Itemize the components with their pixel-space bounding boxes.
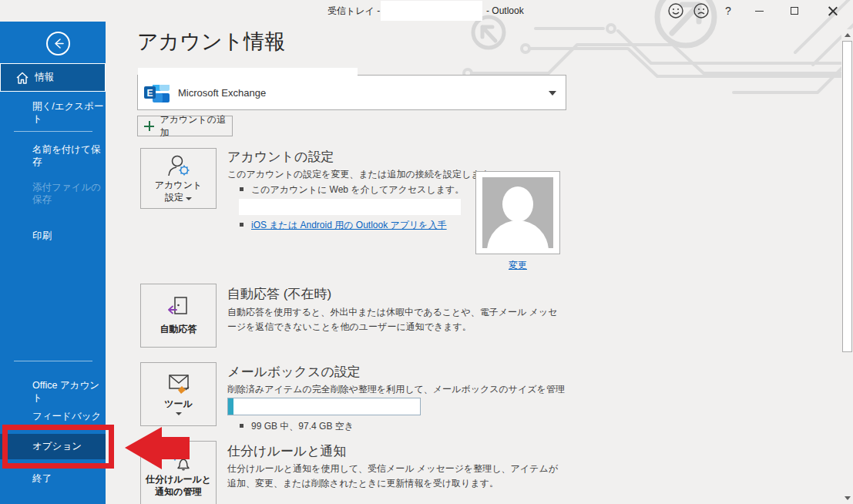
sidebar-item-office-account[interactable]: Office アカウント xyxy=(0,379,106,405)
sidebar-item-print[interactable]: 印刷 xyxy=(0,230,106,242)
help-button[interactable]: ? xyxy=(715,0,741,22)
auto-reply-button[interactable]: 自動応答 xyxy=(140,284,217,348)
scroll-down-button[interactable] xyxy=(841,492,853,504)
chevron-down-icon xyxy=(549,91,556,96)
sidebar-item-save-attachments: 添付ファイルの保存 xyxy=(0,181,106,207)
auto-reply-icon xyxy=(166,296,192,321)
account-settings-button[interactable]: アカウント 設定 xyxy=(140,148,217,209)
frown-icon xyxy=(693,2,710,19)
sidebar-item-exit[interactable]: 終了 xyxy=(0,472,106,485)
bullet-square-icon xyxy=(240,187,243,191)
feedback-frown-button[interactable] xyxy=(688,0,714,22)
maximize-button[interactable] xyxy=(781,0,808,22)
mailbox-storage-bar xyxy=(227,398,421,415)
minimize-icon xyxy=(755,11,764,12)
plus-icon xyxy=(144,121,153,131)
minimize-button[interactable] xyxy=(746,0,772,22)
backstage-sidebar: 情報 開く/エクスポート 名前を付けて保存 添付ファイルの保存 印刷 Offic… xyxy=(0,22,106,504)
help-icon: ? xyxy=(725,5,731,17)
bullet-storage-usage: 99 GB 中、97.4 GB 空き xyxy=(240,420,471,433)
scrollbar-thumb[interactable] xyxy=(842,41,852,352)
outlook-backstage-window: 受信トレイ - - Outlook ? xyxy=(0,0,853,504)
sidebar-item-info[interactable]: 情報 xyxy=(0,63,106,92)
rules-desc: 仕分けルールと通知を使用して、受信メール メッセージを整理し、アイテムが追加、変… xyxy=(227,462,566,490)
back-arrow-icon xyxy=(52,37,65,50)
vertical-scrollbar[interactable] xyxy=(841,29,853,504)
close-button[interactable] xyxy=(820,0,846,22)
section-heading-auto-reply: 自動応答 (不在時) xyxy=(227,285,331,303)
redaction-box-account-name xyxy=(381,1,482,21)
mailbox-storage-fill xyxy=(228,398,233,415)
section-heading-account-settings: アカウントの設定 xyxy=(227,148,334,166)
maximize-icon xyxy=(791,7,798,15)
smile-icon xyxy=(667,2,684,19)
section-heading-rules: 仕分けルールと通知 xyxy=(227,442,347,460)
rules-alerts-icon xyxy=(165,448,193,471)
sidebar-divider xyxy=(14,361,92,361)
scroll-down-icon xyxy=(845,496,851,500)
redaction-box-email xyxy=(138,68,358,85)
svg-text:E: E xyxy=(146,88,153,99)
sidebar-item-save-as[interactable]: 名前を付けて保存 xyxy=(0,143,106,169)
title-bar: 受信トレイ - - Outlook ? xyxy=(0,0,853,22)
account-provider-label: Microsoft Exchange xyxy=(178,87,266,99)
change-photo-link-wrap: 変更 xyxy=(475,259,560,272)
redaction-box-owa-url xyxy=(239,199,461,215)
storage-usage-text: 99 GB 中、97.4 GB 空き xyxy=(251,420,354,433)
sidebar-item-options[interactable]: オプション xyxy=(0,434,106,459)
sidebar-item-label: 情報 xyxy=(30,71,54,83)
account-settings-icon xyxy=(166,153,192,176)
sidebar-divider xyxy=(14,131,92,132)
bullet-square-icon xyxy=(240,223,243,227)
profile-photo-placeholder xyxy=(482,177,553,248)
sidebar-item-open-export[interactable]: 開く/エクスポート xyxy=(0,100,106,126)
page-title: アカウント情報 xyxy=(137,28,285,55)
add-account-button[interactable]: アカウントの追加 xyxy=(137,116,233,136)
window-title-prefix: 受信トレイ - xyxy=(327,0,380,22)
window-title-suffix: - Outlook xyxy=(486,0,524,22)
scroll-up-button[interactable] xyxy=(841,29,853,41)
home-icon xyxy=(15,71,30,85)
feedback-smile-button[interactable] xyxy=(663,0,689,22)
get-outlook-app-link[interactable]: iOS または Android 用の Outlook アプリを入手 xyxy=(251,219,447,232)
auto-reply-desc: 自動応答を使用すると、外出中または休暇中であることや、電子メール メッセージを返… xyxy=(227,305,566,334)
mailbox-tools-icon xyxy=(165,373,193,396)
chevron-down-icon xyxy=(176,412,182,415)
chevron-down-icon xyxy=(186,197,192,200)
close-icon xyxy=(828,5,838,16)
scroll-up-icon xyxy=(845,33,851,37)
profile-photo xyxy=(475,171,560,254)
person-silhouette-icon xyxy=(502,186,533,222)
sidebar-item-feedback[interactable]: フィードバック xyxy=(0,410,106,422)
back-button[interactable] xyxy=(46,32,70,55)
mailbox-tools-button[interactable]: ツール xyxy=(140,362,217,426)
change-photo-link[interactable]: 変更 xyxy=(509,260,527,270)
rules-alerts-button[interactable]: 仕分けルールと 通知の管理 xyxy=(140,441,217,504)
bullet-square-icon xyxy=(240,424,243,428)
section-heading-mailbox: メールボックスの設定 xyxy=(227,363,361,381)
